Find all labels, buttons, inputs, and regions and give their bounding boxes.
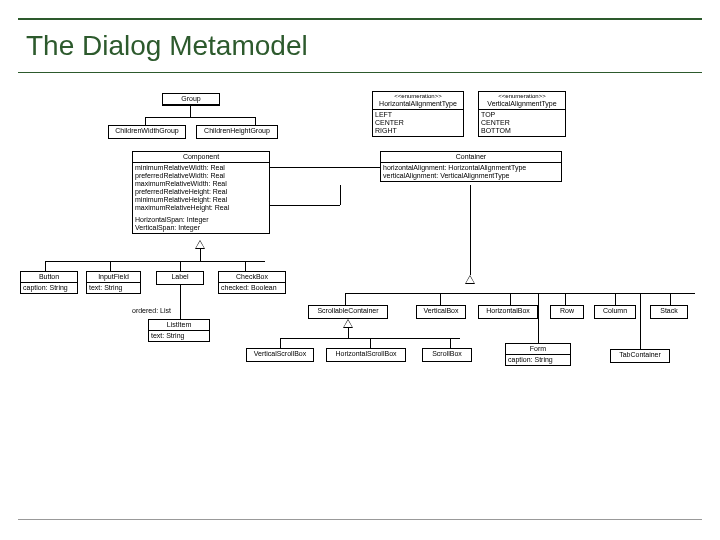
class-horizontal-box: HorizontalBox: [478, 305, 538, 319]
attr: text: String: [87, 283, 140, 293]
class-name: Column: [595, 306, 635, 316]
connector: [280, 338, 281, 348]
attr: maximumRelativeHeight: Real: [135, 204, 267, 212]
attr: VerticalSpan: Integer: [135, 224, 267, 232]
class-name: HorizontalAlignmentType: [375, 100, 461, 108]
stereotype: <<enumeration>>: [375, 93, 461, 100]
class-name: ChildrenHeightGroup: [197, 126, 277, 136]
class-name: Button: [21, 272, 77, 283]
attr: minimumRelativeWidth: Real: [135, 164, 267, 172]
class-body: minimumRelativeWidth: Real preferredRela…: [133, 163, 269, 233]
connector: [345, 293, 695, 294]
attr: caption: String: [506, 355, 570, 365]
footer-divider: [18, 519, 702, 520]
class-name: HorizontalScrollBox: [327, 349, 405, 359]
class-label: Label: [156, 271, 204, 285]
class-header: <<enumeration>> VerticalAlignmentType: [479, 92, 565, 110]
literal: LEFT: [375, 111, 461, 119]
class-scroll-box: ScrollBox: [422, 348, 472, 362]
ordered-label: ordered: List: [132, 307, 171, 314]
class-component: Component minimumRelativeWidth: Real pre…: [132, 151, 270, 234]
class-name: Component: [133, 152, 269, 163]
connector: [180, 261, 181, 271]
class-vertical-scroll-box: VerticalScrollBox: [246, 348, 314, 362]
literal: CENTER: [481, 119, 563, 127]
connector: [270, 167, 380, 168]
class-horizontal-alignment-type: <<enumeration>> HorizontalAlignmentType …: [372, 91, 464, 137]
diagram-canvas: Group ChildrenWidthGroup ChildrenHeightG…: [0, 85, 720, 500]
literal: BOTTOM: [481, 127, 563, 135]
attr: caption: String: [21, 283, 77, 293]
class-name: VerticalScrollBox: [247, 349, 313, 359]
connector: [110, 261, 111, 271]
class-scrollable-container: ScrollableContainer: [308, 305, 388, 319]
class-name: Group: [163, 94, 219, 105]
class-name: VerticalBox: [417, 306, 465, 316]
page-title: The Dialog Metamodel: [26, 30, 702, 62]
class-children-height-group: ChildrenHeightGroup: [196, 125, 278, 139]
class-horizontal-scroll-box: HorizontalScrollBox: [326, 348, 406, 362]
class-stack: Stack: [650, 305, 688, 319]
class-name: ChildrenWidthGroup: [109, 126, 185, 136]
class-name: Row: [551, 306, 583, 316]
class-row: Row: [550, 305, 584, 319]
class-form: Form caption: String: [505, 343, 571, 366]
class-list-item: ListItem text: String: [148, 319, 210, 342]
connector: [370, 338, 371, 348]
attr: text: String: [149, 331, 209, 341]
literal: CENTER: [375, 119, 461, 127]
class-name: HorizontalBox: [479, 306, 537, 316]
class-group: Group: [162, 93, 220, 106]
generalization-arrow-icon: [343, 319, 353, 328]
connector: [440, 293, 441, 305]
connector: [145, 117, 146, 125]
class-container: Container horizontalAlignment: Horizonta…: [380, 151, 562, 182]
attr: horizontalAlignment: HorizontalAlignment…: [383, 164, 559, 172]
class-body: TOP CENTER BOTTOM: [479, 110, 565, 136]
connector: [640, 293, 641, 349]
class-input-field: InputField text: String: [86, 271, 141, 294]
generalization-arrow-icon: [465, 275, 475, 284]
connector: [255, 117, 256, 125]
class-name: Form: [506, 344, 570, 355]
connector: [200, 249, 201, 261]
class-name: Stack: [651, 306, 687, 316]
attr: verticalAlignment: VerticalAlignmentType: [383, 172, 559, 180]
generalization-arrow-icon: [195, 240, 205, 249]
class-tab-container: TabContainer: [610, 349, 670, 363]
connector: [345, 293, 346, 305]
class-vertical-alignment-type: <<enumeration>> VerticalAlignmentType TO…: [478, 91, 566, 137]
class-checkbox: CheckBox checked: Boolean: [218, 271, 286, 294]
attr: checked: Boolean: [219, 283, 285, 293]
connector: [270, 205, 340, 206]
attr: preferredRelativeHeight: Real: [135, 188, 267, 196]
connector: [340, 185, 341, 205]
class-children-width-group: ChildrenWidthGroup: [108, 125, 186, 139]
class-body: LEFT CENTER RIGHT: [373, 110, 463, 136]
class-name: InputField: [87, 272, 140, 283]
class-name: TabContainer: [611, 350, 669, 360]
class-name: ScrollableContainer: [309, 306, 387, 316]
connector: [45, 261, 265, 262]
connector: [190, 105, 191, 117]
class-name: VerticalAlignmentType: [481, 100, 563, 108]
connector: [565, 293, 566, 305]
connector: [470, 185, 471, 275]
class-button: Button caption: String: [20, 271, 78, 294]
connector: [538, 293, 539, 343]
class-vertical-box: VerticalBox: [416, 305, 466, 319]
class-name: CheckBox: [219, 272, 285, 283]
attr: HorizontalSpan: Integer: [135, 216, 267, 224]
attr: preferredRelativeWidth: Real: [135, 172, 267, 180]
connector: [670, 293, 671, 305]
stereotype: <<enumeration>>: [481, 93, 563, 100]
literal: RIGHT: [375, 127, 461, 135]
literal: TOP: [481, 111, 563, 119]
connector: [145, 117, 255, 118]
connector: [45, 261, 46, 271]
attr: minimumRelativeHeight: Real: [135, 196, 267, 204]
class-name: ScrollBox: [423, 349, 471, 359]
class-name: Label: [157, 272, 203, 282]
title-bar: The Dialog Metamodel: [18, 18, 702, 73]
connector: [180, 285, 181, 319]
